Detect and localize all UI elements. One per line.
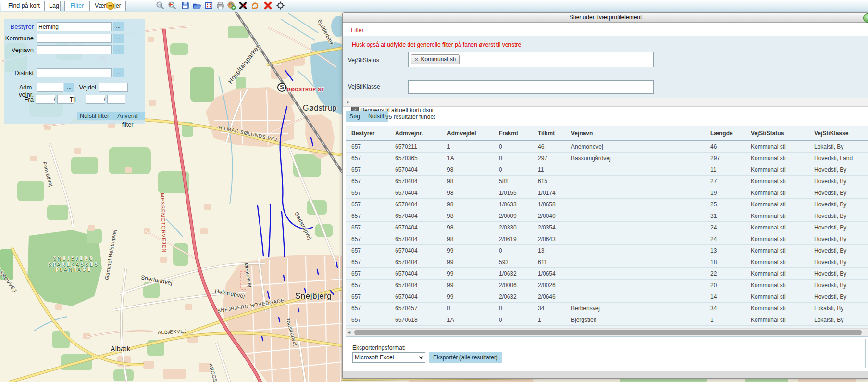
column-header[interactable]: Bestyrer [346, 126, 390, 140]
close-red-x-icon[interactable] [263, 1, 273, 10]
table-cell: 99 [442, 256, 494, 268]
nulstil-filter-button[interactable]: Nulstil filter [77, 112, 112, 120]
admvejnr-input[interactable] [37, 83, 63, 92]
dialog-title[interactable]: Stier uden tværprofilelement [343, 13, 868, 23]
table-row[interactable]: 65765706181A01Bjergstien1Kommunal stiLok… [346, 314, 868, 326]
table-cell: 593 [494, 256, 533, 268]
column-header[interactable]: Frakmt [494, 126, 533, 140]
tab-lag[interactable]: Lag [44, 1, 61, 11]
export-format-select[interactable]: Microsoft Excel [352, 352, 425, 363]
vejstistatus-input[interactable]: ✕Kommunal sti [408, 52, 654, 67]
table-cell: Hovedsti, By [809, 245, 868, 256]
table-row[interactable]: 6576570404992/00062/002620Kommunal stiHo… [346, 280, 868, 291]
fra-label: Fra [4, 96, 34, 103]
vejstistatus-chip[interactable]: ✕Kommunal sti [411, 54, 460, 64]
table-cell: 25 [705, 199, 745, 210]
table-row[interactable]: 6576570404982/00092/004031Kommunal stiHo… [346, 210, 868, 222]
table-cell [566, 256, 705, 268]
table-cell [566, 245, 705, 256]
table-row[interactable]: 6576570404982/03302/035424Kommunal stiHo… [346, 222, 868, 233]
table-row[interactable]: 65765704570034Berberisvej34Kommunal stiL… [346, 303, 868, 314]
table-cell: Hovedsti, By [809, 256, 868, 268]
open-folder-icon[interactable] [192, 1, 201, 10]
table-row[interactable]: 65765702111046Anemonevej46Kommunal stiLo… [346, 140, 868, 153]
palette-add-icon[interactable] [227, 1, 236, 10]
crosshair-icon[interactable] [276, 1, 285, 10]
scroll-left-icon[interactable]: ◄ [343, 98, 351, 106]
table-cell: Bassumgårdvej [566, 153, 705, 164]
anvend-filter-button[interactable]: Anvend filter [110, 112, 145, 120]
vejnavn-input[interactable] [37, 45, 112, 54]
distrikt-input[interactable] [37, 68, 112, 77]
table-cell: 6570404 [390, 164, 442, 176]
table-cell: 27 [705, 176, 745, 187]
table-cell: 297 [705, 153, 745, 164]
bestyrer-input[interactable] [37, 22, 112, 31]
table-horizontal-scrollbar[interactable]: ◄ [346, 328, 868, 336]
export-button[interactable]: Eksportér (alle resultater) [429, 352, 502, 363]
collapse-panel-icon[interactable] [106, 1, 115, 10]
distrikt-lookup-button[interactable]: ... [113, 68, 124, 77]
nulstil-button[interactable]: Nulstil [364, 111, 388, 122]
table-cell: 657 [346, 245, 390, 256]
table-cell: 611 [533, 256, 566, 268]
vejnavn-lookup-button[interactable]: ... [113, 45, 124, 54]
tab-filter[interactable]: Filter [64, 1, 90, 11]
table-row[interactable]: 65765704049959361118Kommunal stiHovedsti… [346, 256, 868, 268]
filter-horizontal-scrollbar[interactable]: ◄ [343, 98, 868, 107]
chip-label: Kommunal sti [421, 56, 456, 63]
scroll-left-icon[interactable]: ◄ [346, 329, 353, 336]
kommune-input[interactable] [37, 34, 112, 43]
table-cell: Hovedsti, By [809, 176, 868, 187]
table-cell: 6570404 [390, 210, 442, 222]
table-cell: 34 [533, 303, 566, 314]
table-row[interactable]: 6576570404982/06192/064324Kommunal stiHo… [346, 233, 868, 245]
table-cell: 657 [346, 187, 390, 199]
table-row[interactable]: 65765704049901313Kommunal stiHovedsti, B… [346, 245, 868, 256]
column-header[interactable]: Admvejdel [442, 126, 494, 140]
table-cell: 2/0026 [533, 280, 566, 291]
column-header[interactable]: VejStiKlasse [809, 126, 868, 140]
til-km-input[interactable] [86, 95, 105, 104]
vejdel-input[interactable] [99, 83, 128, 92]
table-cell: 31 [705, 210, 745, 222]
table-row[interactable]: 6576570404992/06322/064614Kommunal stiHo… [346, 291, 868, 303]
bestyrer-lookup-button[interactable]: ... [113, 22, 124, 31]
delete-black-x-icon[interactable] [238, 1, 248, 10]
save-icon[interactable] [181, 1, 190, 10]
refresh-icon[interactable] [250, 1, 260, 10]
column-header[interactable]: Længde [705, 126, 745, 140]
table-cell: 1/0155 [494, 187, 533, 199]
table-row[interactable]: 65765703651A0297Bassumgårdvej297Kommunal… [346, 153, 868, 164]
column-header[interactable]: Admvejnr. [390, 126, 442, 140]
table-cell [566, 222, 705, 233]
column-header[interactable]: Tilkmt [533, 126, 566, 140]
table-cell: Lokalsti, By [809, 303, 868, 314]
scrollbar-thumb[interactable] [354, 330, 862, 335]
tab-find-paa-kort[interactable]: Find på kort [1, 1, 47, 11]
vejstiklasse-input[interactable] [408, 80, 654, 94]
map-label: SNEJBJERG SPAREKASSES PLANTAGE [48, 256, 99, 273]
column-header[interactable]: VejStiStatus [745, 126, 809, 140]
zoom-extent-icon[interactable] [156, 1, 165, 10]
til-m-input[interactable] [107, 95, 125, 104]
table-row[interactable]: 6576570404981/01551/017419Kommunal stiHo… [346, 187, 868, 199]
chip-remove-icon[interactable]: ✕ [414, 57, 418, 62]
table-row[interactable]: 65765704049801111Kommunal stiHovedsti, B… [346, 164, 868, 176]
soeg-button[interactable]: Søg [346, 111, 364, 122]
zoom-previous-icon[interactable] [167, 1, 176, 10]
tab-dialog-filter[interactable]: Filter [346, 25, 455, 36]
kommune-lookup-button[interactable]: ... [113, 34, 124, 43]
vejstistatus-label: VejStiStatus [348, 57, 379, 64]
table-cell: 13 [533, 245, 566, 256]
table-row[interactable]: 6576570404981/06331/065825Kommunal stiHo… [346, 199, 868, 210]
bestyrer-label[interactable]: Bestyrer [4, 23, 34, 30]
print-icon[interactable] [216, 1, 225, 10]
legend-icon[interactable] [204, 1, 213, 10]
table-cell: 2/0006 [494, 280, 533, 291]
table-row[interactable]: 65765704049858861527Kommunal stiHovedsti… [346, 176, 868, 187]
table-cell: 657 [346, 140, 390, 153]
fra-km-input[interactable] [36, 95, 55, 104]
table-row[interactable]: 6576570404991/06321/065422Kommunal stiHo… [346, 268, 868, 280]
column-header[interactable]: Vejnavn [566, 126, 705, 140]
